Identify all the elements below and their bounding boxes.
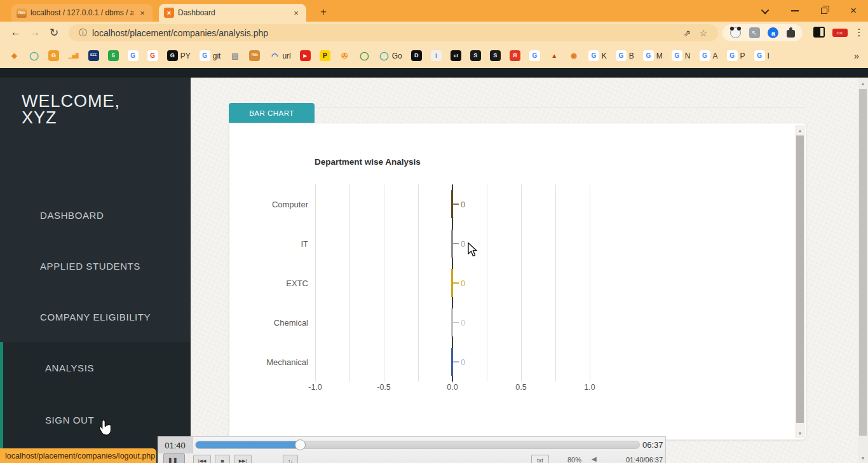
bookmark[interactable]: 5 [108, 50, 119, 61]
bookmark[interactable]: S [490, 50, 501, 61]
reload-button[interactable]: ↻ [44, 24, 64, 41]
pointer-extension-icon[interactable]: ↖ [749, 27, 760, 38]
bookmark[interactable]: ◆ [9, 50, 20, 61]
scroll-down-icon[interactable]: ▼ [795, 429, 805, 437]
seek-bar[interactable] [195, 441, 640, 449]
browser-scrollbar: ▲ ▼ [858, 78, 868, 463]
red-badge-extension-icon[interactable]: OK [832, 29, 848, 37]
tab-phpmyadmin[interactable]: PMA localhost / 127.0.0.1 / dbms / ad × [11, 4, 153, 22]
bookmark-favicon-icon: ▲ [549, 50, 560, 61]
bookmark[interactable]: ◯ Go [379, 50, 402, 61]
bookmark[interactable]: ▲ [549, 50, 560, 61]
bookmark-favicon-icon: ▤ [229, 50, 240, 61]
side-panel-icon[interactable] [813, 27, 825, 38]
back-button[interactable]: ← [6, 24, 25, 41]
sidebar-item[interactable]: COMPANY ELIGIBILITY [40, 312, 151, 322]
sidebar-item[interactable]: ANALYSIS [45, 363, 94, 373]
sidebar-item[interactable]: SIGN OUT [45, 415, 94, 425]
bookmark[interactable]: G M [643, 50, 663, 61]
bookmark[interactable]: D [411, 50, 422, 61]
seek-bar-fill [196, 441, 305, 448]
bookmark[interactable]: ▶ [300, 50, 311, 61]
bookmark[interactable]: G [48, 50, 59, 61]
bookmark[interactable]: i [431, 50, 442, 61]
pause-button[interactable]: ▌▌ [163, 453, 185, 463]
bookmark[interactable]: ◯ [359, 50, 370, 61]
bookmark[interactable]: G PY [167, 50, 191, 61]
bookmark[interactable]: G B [616, 50, 634, 61]
bookmark[interactable]: G A [700, 50, 718, 61]
bookmark[interactable]: ▁▅█ [68, 50, 79, 61]
bookmark[interactable]: P [320, 50, 330, 61]
bookmark[interactable]: PMA [249, 50, 260, 61]
sidebar-item[interactable]: APPLIED STUDENTS [40, 261, 140, 272]
bookmark[interactable]: G N [672, 50, 691, 61]
tab-close-icon[interactable]: × [291, 8, 301, 18]
forward-button[interactable]: → [25, 24, 44, 41]
sidebar-item[interactable]: DASHBOARD [40, 210, 104, 221]
browser-menu-icon[interactable]: ⋮ [853, 25, 865, 40]
minimize-button[interactable] [780, 0, 810, 22]
scroll-down-icon[interactable]: ▼ [858, 454, 868, 462]
bookmark[interactable]: ◯ [29, 50, 39, 61]
bookmark[interactable]: G [128, 50, 139, 61]
bookmark[interactable]: G [529, 50, 540, 61]
bookmark[interactable]: Я [510, 50, 520, 61]
scroll-up-icon[interactable]: ▲ [858, 79, 868, 87]
bookmark[interactable]: ◠ url [269, 50, 290, 61]
bookmark[interactable]: cl [451, 50, 461, 61]
a-extension-icon[interactable]: a [768, 27, 778, 38]
bookmark[interactable]: G I [754, 50, 770, 61]
share-icon[interactable]: ⇗ [679, 28, 695, 38]
page-top-navbar [0, 68, 868, 78]
bookmark[interactable]: G P [727, 50, 745, 61]
previous-button[interactable]: |◀◀ [193, 455, 211, 463]
tab-dashboard[interactable]: × Dashboard × [159, 4, 306, 22]
bookmark-label: M [656, 52, 663, 60]
stop-button[interactable]: ■ [215, 455, 230, 463]
panda-extension-icon[interactable] [730, 27, 741, 38]
bookmark-favicon-icon: G [672, 50, 682, 61]
card-scrollbar-thumb[interactable] [796, 135, 804, 423]
bookmark[interactable]: ✇ [339, 50, 350, 61]
bookmark-favicon-icon: G [588, 50, 599, 61]
sidebar: WELCOME, XYZ DASHBOARDAPPLIED STUDENTSCO… [0, 78, 191, 463]
address-bar[interactable]: ⓘ localhost/placement/companies/analysis… [69, 24, 718, 41]
tab-search-chevron-icon[interactable] [751, 0, 780, 22]
bookmark[interactable]: ◉ [569, 50, 580, 61]
x-tick-label: 0.0 [433, 383, 471, 392]
site-info-icon[interactable]: ⓘ [79, 27, 87, 39]
bookmark[interactable]: IEEE [88, 50, 99, 61]
bookmark[interactable]: G K [588, 50, 607, 61]
close-window-button[interactable]: × [839, 0, 868, 22]
speed-button[interactable]: ↑↓ [283, 455, 298, 463]
restore-button[interactable] [810, 0, 839, 22]
bookmark-favicon-icon: P [320, 50, 330, 61]
bookmark-favicon-icon: i [431, 50, 442, 61]
bookmark-favicon-icon: S [470, 50, 481, 61]
bookmark-star-icon[interactable]: ☆ [695, 28, 712, 38]
bookmark[interactable]: G [147, 50, 158, 61]
minimize-icon [791, 10, 799, 11]
seek-handle[interactable] [295, 439, 306, 450]
browser-scrollbar-thumb[interactable] [859, 89, 867, 436]
bookmark[interactable]: S [470, 50, 481, 61]
bookmark-favicon-icon: G [200, 50, 210, 61]
tab-bar-chart[interactable]: BAR CHART [229, 103, 315, 123]
xampp-favicon-icon: × [164, 8, 174, 18]
bookmark-label: P [740, 52, 745, 60]
new-tab-button[interactable]: + [316, 5, 330, 19]
bookmarks-overflow-icon[interactable]: » [854, 50, 859, 61]
tab-close-icon[interactable]: × [137, 8, 147, 18]
bookmark-label: K [602, 52, 607, 60]
next-button[interactable]: ▶▶| [234, 455, 252, 463]
bookmark[interactable]: G git [200, 50, 221, 61]
bookmark-favicon-icon: S [490, 50, 501, 61]
scroll-up-icon[interactable]: ▲ [795, 127, 805, 134]
extensions-puzzle-icon[interactable] [787, 30, 795, 38]
bookmark[interactable]: ▤ [229, 50, 240, 61]
bookmark-favicon-icon: G [754, 50, 765, 61]
speaker-icon[interactable]: ◀ [592, 455, 597, 462]
bookmark-label: git [213, 52, 221, 60]
txt-button[interactable]: txt [531, 455, 549, 463]
